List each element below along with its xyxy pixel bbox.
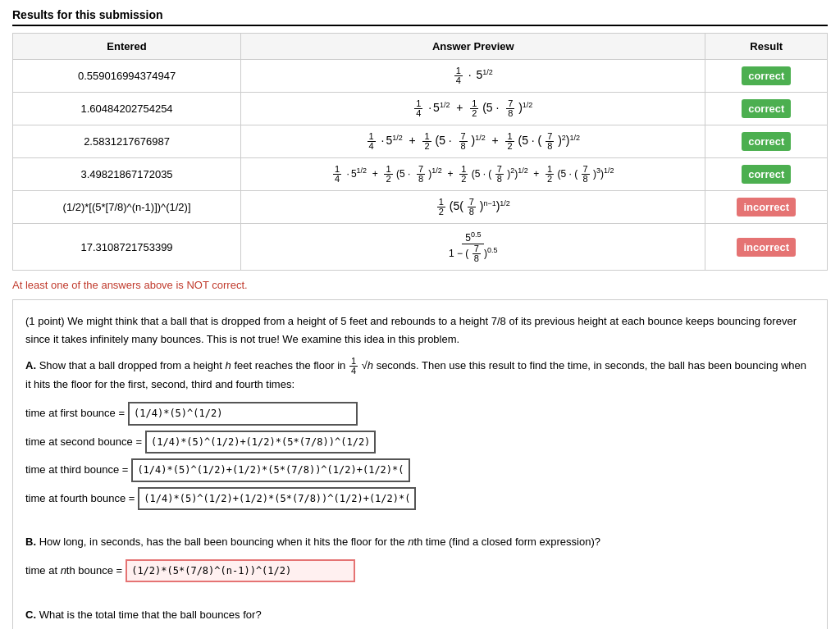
table-row: 2.5831217676987 14 ·51/2 + 12 (5 · 78 )1… [13,125,828,158]
first-bounce-label: time at first bounce = [25,404,125,422]
answer-preview: 14 ·51/2 + 12 (5 · 78 )1/2 [241,93,705,125]
entered-value: (1/2)*[(5*[7/8)^(n-1)])^(1/2)] [13,191,241,224]
result-cell: correct [705,60,828,93]
nth-bounce-label: time at nth bounce = [25,562,122,580]
part-b-label: B. [25,536,36,548]
part-c-description: C. What is the total time that the ball … [25,606,815,624]
entered-value: 1.60484202754254 [13,93,241,125]
nth-bounce-input[interactable]: (1/2)*(5*(7/8)^(n-1))^(1/2) [126,559,355,582]
results-table: Entered Answer Preview Result 0.55901699… [12,33,828,271]
page-title: Results for this submission [12,8,828,26]
col-header-preview: Answer Preview [241,34,705,60]
col-header-result: Result [705,34,828,60]
answer-preview: 14 · 51/2 [241,60,705,93]
result-cell: correct [705,93,828,125]
input-row-second-bounce: time at second bounce = (1/4)*(5)^(1/2)+… [25,431,815,454]
second-bounce-input[interactable]: (1/4)*(5)^(1/2)+(1/2)*(5*(7/8))^(1/2) [145,431,376,454]
result-cell: correct [705,158,828,191]
part-c-label: C. [25,608,36,621]
second-bounce-label: time at second bounce = [25,433,142,451]
table-row: 17.3108721753399 50.5 1 − ( 78 )0.5 inco… [13,224,828,271]
third-bounce-input[interactable]: (1/4)*(5)^(1/2)+(1/2)*(5*(7/8))^(1/2)+(1… [131,458,409,481]
fourth-bounce-label: time at fourth bounce = [25,490,135,508]
input-row-nth-bounce: time at nth bounce = (1/2)*(5*(7/8)^(n-1… [25,559,815,582]
answer-preview: 12 (5( 78 )n−1)1/2 [241,191,705,224]
input-row-fourth-bounce: time at fourth bounce = (1/4)*(5)^(1/2)+… [25,487,815,510]
third-bounce-label: time at third bounce = [25,461,128,479]
entered-value: 17.3108721753399 [13,224,241,271]
problem-box: (1 point) We might think that a ball tha… [12,299,828,629]
part-a-label: A. [25,359,36,371]
col-header-entered: Entered [13,34,241,60]
table-row: 1.60484202754254 14 ·51/2 + 12 (5 · 78 )… [13,93,828,125]
entered-value: 0.559016994374947 [13,60,241,93]
result-cell: incorrect [705,224,828,271]
answer-preview: 14 ·51/2 + 12 (5 · 78 )1/2 + 12 (5 · ( 7… [241,158,705,191]
part-b-description: B. How long, in seconds, has the ball be… [25,533,815,551]
table-row: 3.49821867172035 14 ·51/2 + 12 (5 · 78 )… [13,158,828,191]
input-row-third-bounce: time at third bounce = (1/4)*(5)^(1/2)+(… [25,458,815,481]
fourth-bounce-input[interactable]: (1/4)*(5)^(1/2)+(1/2)*(5*(7/8))^(1/2)+(1… [138,487,416,510]
table-row: (1/2)*[(5*[7/8)^(n-1)])^(1/2)] 12 (5( 78… [13,191,828,224]
problem-intro: (1 point) We might think that a ball tha… [25,312,815,349]
entered-value: 3.49821867172035 [13,158,241,191]
result-cell: correct [705,125,828,158]
warning-text: At least one of the answers above is NOT… [12,279,828,291]
table-row: 0.559016994374947 14 · 51/2 correct [13,60,828,93]
answer-preview: 14 ·51/2 + 12 (5 · 78 )1/2 + 12 (5 · ( 7… [241,125,705,158]
entered-value: 2.5831217676987 [13,125,241,158]
first-bounce-input[interactable]: (1/4)*(5)^(1/2) [128,402,358,425]
result-cell: incorrect [705,191,828,224]
input-row-first-bounce: time at first bounce = (1/4)*(5)^(1/2) [25,402,815,425]
answer-preview: 50.5 1 − ( 78 )0.5 [241,224,705,271]
part-a-description: A. Show that a ball dropped from a heigh… [25,357,815,394]
